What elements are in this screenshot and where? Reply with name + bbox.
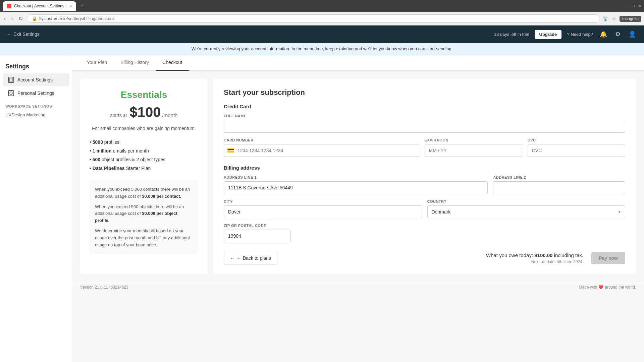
around-label: around the world. — [605, 285, 636, 290]
per-month-label: /month — [162, 112, 178, 118]
payment-summary: What you owe today: $100.00 including ta… — [486, 252, 583, 264]
city-country-row: CITY COUNTRY Denmark United States Unite… — [224, 199, 625, 224]
full-name-group: FULL NAME — [224, 114, 625, 133]
zip-group: ZIP OR POSTAL CODE — [224, 224, 291, 242]
forward-nav-button[interactable]: › — [10, 14, 14, 23]
exit-settings-link[interactable]: ← Exit Settings — [7, 32, 40, 37]
list-item: 5000 profiles — [90, 138, 198, 146]
plan-price-value: $100 — [129, 104, 161, 120]
feature-text: emails per month — [112, 148, 149, 154]
personal-settings-label: Personal Settings — [17, 90, 54, 96]
cast-icon[interactable]: 📡 — [603, 16, 608, 21]
footer-love: Made with ❤️ around the world. — [579, 285, 636, 290]
city-group: CITY — [224, 199, 422, 218]
need-help-link[interactable]: ? Need help? — [567, 32, 593, 37]
sidebar-item-account-settings[interactable]: Account Settings — [3, 73, 69, 86]
trial-info: 13 days left in trial Upgrade ? Need hel… — [494, 29, 637, 39]
browser-chrome: Checkout | Account Settings | ✕ + — □ ✕ … — [0, 0, 644, 25]
feature-bold: 500 — [93, 157, 100, 162]
plan-features-list: 5000 profiles 1 million emails per month… — [90, 138, 198, 173]
list-item: 1 million emails per month — [90, 146, 198, 155]
card-number-group: CARD NUMBER 💳 — [224, 138, 419, 157]
address-line2-group: ADDRESS LINE 2 — [493, 175, 625, 194]
owe-amount: $100.00 — [534, 252, 552, 258]
browser-toolbar: ‹ › ↻ 🔒 fly.customer.io/settings/billing… — [0, 12, 644, 25]
info-banner-text: We're currently reviewing your account i… — [192, 46, 453, 51]
payment-actions: What you owe today: $100.00 including ta… — [486, 252, 625, 264]
address-bar[interactable]: 🔒 fly.customer.io/settings/billing/check… — [27, 14, 600, 23]
bookmark-icon[interactable]: ☆ — [612, 16, 616, 21]
address-line1-input[interactable] — [224, 181, 488, 194]
plan-name: Essentials — [90, 89, 198, 100]
window-controls[interactable]: — □ ✕ — [629, 4, 641, 8]
country-label: COUNTRY — [427, 199, 626, 203]
country-select-wrapper: Denmark United States United Kingdom — [427, 205, 626, 218]
checkout-content: Essentials starts at $100 /month For sma… — [72, 71, 644, 282]
settings-gear-icon[interactable]: ⚙ — [614, 29, 622, 39]
app: ← Exit Settings 13 days left in trial Up… — [0, 25, 644, 362]
expiration-input[interactable] — [425, 144, 522, 157]
city-label: CITY — [224, 199, 422, 203]
address-line2-label: ADDRESS LINE 2 — [493, 175, 625, 179]
usage-note-3: We determine your monthly bill based on … — [95, 228, 193, 248]
card-number-label: CARD NUMBER — [224, 138, 419, 142]
form-footer: ← ← Back to plans What you owe today: $1… — [224, 252, 625, 264]
cvc-input[interactable] — [528, 144, 625, 157]
zip-input[interactable] — [224, 230, 291, 242]
expiration-label: EXPIRATION — [425, 138, 522, 142]
upgrade-button[interactable]: Upgrade — [535, 30, 562, 39]
workspace-name: UXDesign Marketing — [0, 110, 72, 120]
address-line1-label: ADDRESS LINE 1 — [224, 175, 488, 179]
city-input[interactable] — [224, 205, 422, 218]
reload-button[interactable]: ↻ — [17, 14, 24, 23]
app-footer: Version 21.6.11+b8214623 Made with ❤️ ar… — [72, 282, 644, 292]
sidebar-title: Settings — [0, 60, 72, 73]
browser-actions: 📡 ☆ Incognito — [603, 16, 641, 22]
form-title: Start your subscription — [224, 88, 625, 97]
browser-tab[interactable]: Checkout | Account Settings | ✕ — [3, 1, 76, 11]
credit-card-section-title: Credit Card — [224, 104, 625, 109]
pay-now-button[interactable]: Pay now — [591, 252, 625, 264]
main-layout: Settings Account Settings Personal Setti… — [0, 55, 644, 362]
tab-your-plan[interactable]: Your Plan — [80, 55, 114, 71]
tab-billing-history[interactable]: Billing History — [114, 55, 156, 71]
incognito-badge: Incognito — [620, 16, 641, 22]
made-with-label: Made with — [579, 285, 597, 290]
full-name-input[interactable] — [224, 120, 625, 133]
billing-address-section-title: Billing address — [224, 165, 625, 171]
country-select[interactable]: Denmark United States United Kingdom — [427, 205, 626, 218]
personal-settings-icon — [8, 90, 14, 96]
starts-at-label: starts at — [110, 113, 127, 118]
owe-suffix: including tax. — [554, 252, 584, 258]
address-line2-input[interactable] — [493, 181, 625, 194]
owe-today-text: What you owe today: $100.00 including ta… — [486, 252, 583, 258]
list-item: Data Pipelines Starter Plan — [90, 164, 198, 173]
info-banner: We're currently reviewing your account i… — [0, 43, 644, 55]
plan-description: For small companies who are gaining mome… — [90, 126, 198, 131]
new-tab-button[interactable]: + — [80, 3, 84, 10]
question-icon: ? — [567, 32, 569, 37]
back-to-plans-button[interactable]: ← ← Back to plans — [224, 252, 277, 264]
sidebar-item-personal-settings[interactable]: Personal Settings — [3, 87, 69, 100]
browser-titlebar: Checkout | Account Settings | ✕ + — □ ✕ — [0, 0, 644, 12]
content-area: Your Plan Billing History Checkout Essen… — [72, 55, 644, 362]
tab-close-icon[interactable]: ✕ — [69, 4, 72, 8]
top-bar: ← Exit Settings 13 days left in trial Up… — [0, 25, 644, 43]
back-arrow-icon: ← — [7, 32, 11, 37]
tab-favicon — [7, 4, 11, 8]
feature-bold: Data Pipelines — [93, 166, 125, 171]
card-number-input[interactable] — [224, 144, 419, 157]
user-avatar-icon[interactable]: 👤 — [627, 29, 637, 39]
card-input-wrapper: 💳 — [224, 144, 419, 157]
account-settings-label: Account Settings — [17, 77, 53, 82]
zip-label: ZIP OR POSTAL CODE — [224, 224, 291, 228]
svg-point-1 — [10, 92, 12, 95]
plan-card: Essentials starts at $100 /month For sma… — [80, 79, 208, 274]
back-to-plans-label: ← Back to plans — [237, 255, 271, 261]
tab-checkout[interactable]: Checkout — [156, 55, 189, 71]
feature-text: Starter Plan — [125, 166, 151, 171]
back-nav-button[interactable]: ‹ — [3, 14, 7, 23]
notification-bell-icon[interactable]: 🔔 — [598, 29, 608, 39]
heart-icon: ❤️ — [598, 285, 603, 290]
feature-bold: 1 million — [93, 148, 112, 154]
